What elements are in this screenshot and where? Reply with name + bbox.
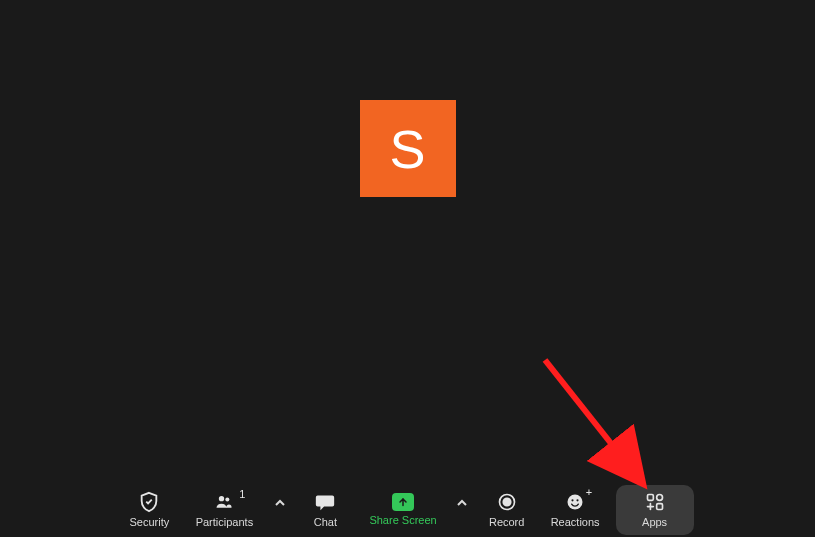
chevron-up-icon <box>275 494 285 512</box>
svg-point-6 <box>577 499 579 501</box>
svg-point-1 <box>226 497 230 501</box>
chat-button[interactable]: Chat <box>297 485 353 535</box>
svg-point-3 <box>503 498 511 506</box>
share-screen-icon <box>392 493 414 511</box>
participants-label: Participants <box>196 517 253 528</box>
svg-point-4 <box>568 494 583 509</box>
svg-rect-7 <box>647 494 653 500</box>
reactions-icon: + <box>564 491 586 513</box>
share-screen-label: Share Screen <box>369 515 436 526</box>
security-label: Security <box>130 517 170 528</box>
record-button[interactable]: Record <box>479 485 535 535</box>
svg-point-5 <box>572 499 574 501</box>
share-screen-button[interactable]: Share Screen <box>361 485 444 535</box>
reactions-button[interactable]: + Reactions <box>543 485 608 535</box>
reactions-label: Reactions <box>551 517 600 528</box>
chat-label: Chat <box>314 517 337 528</box>
apps-icon <box>644 491 666 513</box>
avatar-tile: S <box>360 100 456 197</box>
svg-rect-8 <box>656 503 662 509</box>
record-label: Record <box>489 517 524 528</box>
participants-icon: 1 <box>213 491 235 513</box>
chat-icon <box>314 491 336 513</box>
participants-button[interactable]: 1 Participants <box>185 485 263 535</box>
video-area: S <box>0 0 815 487</box>
share-chevron[interactable] <box>453 478 471 528</box>
chevron-up-icon <box>457 494 467 512</box>
shield-icon <box>138 491 160 513</box>
svg-point-9 <box>656 494 662 500</box>
avatar-initial: S <box>389 118 425 180</box>
svg-point-0 <box>219 496 224 501</box>
security-button[interactable]: Security <box>121 485 177 535</box>
plus-icon: + <box>586 487 592 498</box>
participants-chevron[interactable] <box>271 478 289 528</box>
meeting-toolbar: Security 1 Participants Chat <box>0 487 815 537</box>
record-icon <box>496 491 518 513</box>
apps-button[interactable]: Apps <box>616 485 694 535</box>
apps-label: Apps <box>642 517 667 528</box>
participants-count-badge: 1 <box>239 489 245 500</box>
